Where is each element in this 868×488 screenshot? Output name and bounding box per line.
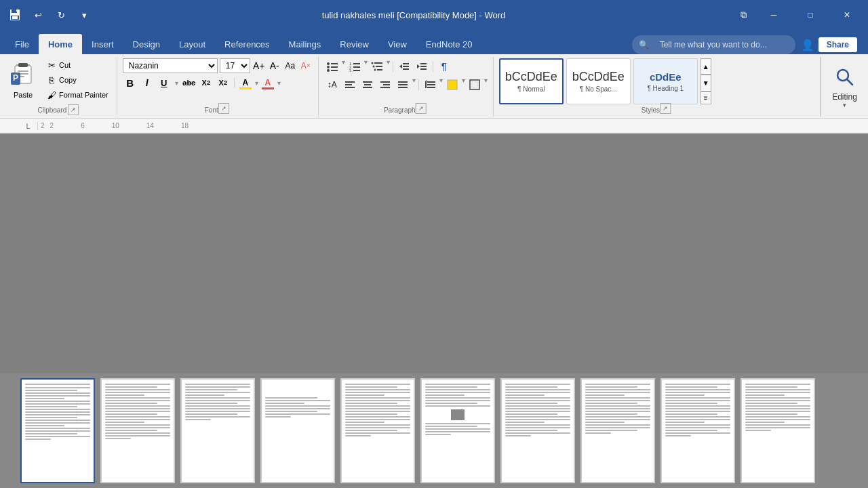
show-hide-button[interactable]: ¶ xyxy=(436,58,452,75)
undo-icon[interactable]: ↩ xyxy=(28,5,47,24)
clear-formatting-button[interactable]: A✕ xyxy=(299,58,313,73)
styles-scroll-up[interactable]: ▲ xyxy=(701,58,711,75)
highlight-dropdown[interactable]: ▾ xyxy=(255,79,258,87)
numbering-button[interactable]: 1.2.3. xyxy=(347,58,363,75)
customize-qat-icon[interactable]: ▾ xyxy=(75,5,94,24)
grow-font-button[interactable]: A+ xyxy=(252,58,266,73)
tab-endnote[interactable]: EndNote 20 xyxy=(416,34,482,54)
increase-indent-button[interactable] xyxy=(414,58,430,75)
line-spacing-dropdown[interactable]: ▾ xyxy=(439,77,443,93)
page-thumb-8[interactable] xyxy=(580,378,655,483)
superscript-button[interactable]: X2 xyxy=(216,75,231,90)
page-thumb-9[interactable] xyxy=(660,378,735,483)
close-button[interactable]: ✕ xyxy=(831,0,863,30)
bold-button[interactable]: B xyxy=(123,75,138,90)
align-right-button[interactable] xyxy=(377,77,393,93)
font-color-button[interactable]: A xyxy=(260,75,275,90)
subscript-button[interactable]: X2 xyxy=(199,75,214,90)
page-thumb-3[interactable] xyxy=(180,378,255,483)
editing-button[interactable]: Editing ▾ xyxy=(832,66,857,108)
svg-rect-46 xyxy=(383,84,390,85)
cut-button[interactable]: ✂ Cut xyxy=(43,58,111,72)
change-case-button[interactable]: Aa xyxy=(283,58,297,73)
tab-layout[interactable]: Layout xyxy=(170,34,215,54)
tab-home[interactable]: Home xyxy=(39,34,82,54)
restore-window-icon[interactable]: ⧉ xyxy=(734,5,753,24)
styles-expand[interactable]: ≡ xyxy=(701,92,711,104)
tab-references[interactable]: References xyxy=(215,34,279,54)
svg-rect-55 xyxy=(448,80,457,89)
page-6-content xyxy=(422,380,494,439)
font-name-select[interactable]: Nazanin xyxy=(123,58,218,73)
save-icon[interactable] xyxy=(5,5,24,24)
copy-button[interactable]: ⎘ Copy xyxy=(43,73,111,87)
share-button[interactable]: Share xyxy=(818,37,857,52)
minimize-button[interactable]: ─ xyxy=(758,0,789,30)
svg-text:P: P xyxy=(13,73,18,83)
search-container[interactable]: 🔍 xyxy=(632,35,795,54)
page-thumb-7[interactable] xyxy=(500,378,575,483)
justify-button[interactable] xyxy=(395,77,411,93)
paragraph-launcher[interactable]: ↗ xyxy=(416,103,427,114)
borders-button[interactable] xyxy=(467,77,483,93)
numbering-dropdown[interactable]: ▾ xyxy=(364,58,368,75)
page-thumb-5[interactable] xyxy=(340,378,415,483)
shrink-font-button[interactable]: A- xyxy=(268,58,281,73)
tab-insert[interactable]: Insert xyxy=(82,34,123,54)
style-normal-label: ¶ Normal xyxy=(517,85,545,93)
svg-rect-38 xyxy=(420,68,427,70)
sort-button[interactable]: ↕A xyxy=(324,77,340,93)
line-spacing-button[interactable] xyxy=(422,77,438,93)
style-heading1-preview: cDdEe xyxy=(650,71,682,83)
borders-dropdown[interactable]: ▾ xyxy=(484,77,488,93)
font-name-row: Nazanin 17 A+ A- Aa A✕ xyxy=(123,58,313,73)
tab-file[interactable]: File xyxy=(5,34,39,54)
styles-scroll-down[interactable]: ▼ xyxy=(701,75,711,91)
font-color-dropdown[interactable]: ▾ xyxy=(277,79,281,87)
page-thumb-10[interactable] xyxy=(741,378,815,483)
clipboard-launcher[interactable]: ↗ xyxy=(68,104,79,115)
underline-dropdown[interactable]: ▾ xyxy=(175,79,178,87)
align-center-button[interactable] xyxy=(359,77,376,93)
tab-review[interactable]: Review xyxy=(330,34,378,54)
italic-button[interactable]: I xyxy=(140,75,155,90)
strikethrough-button[interactable]: abc xyxy=(182,75,197,90)
font-format-row: B I U ▾ abc X2 X2 A ▾ A ▾ xyxy=(123,75,281,90)
tab-mailings[interactable]: Mailings xyxy=(279,34,331,54)
tab-design[interactable]: Design xyxy=(123,34,170,54)
page-thumb-6[interactable] xyxy=(420,378,495,483)
font-launcher[interactable]: ↗ xyxy=(218,103,229,114)
page-thumb-2[interactable] xyxy=(100,378,175,483)
editing-icon xyxy=(833,66,855,92)
page-thumb-4[interactable] xyxy=(260,378,335,483)
shading-dropdown[interactable]: ▾ xyxy=(462,77,465,93)
style-no-space[interactable]: bCcDdEe ¶ No Spac... xyxy=(566,58,631,104)
redo-icon[interactable]: ↻ xyxy=(52,5,71,24)
page-thumb-1[interactable] xyxy=(20,378,95,483)
justify-dropdown[interactable]: ▾ xyxy=(412,77,416,93)
underline-button[interactable]: U xyxy=(157,75,172,90)
align-left-button[interactable] xyxy=(342,77,358,93)
multilevel-dropdown[interactable]: ▾ xyxy=(387,58,390,75)
format-painter-button[interactable]: 🖌 Format Painter xyxy=(43,88,111,102)
svg-rect-32 xyxy=(403,63,409,64)
bullets-dropdown[interactable]: ▾ xyxy=(342,58,345,75)
tab-view[interactable]: View xyxy=(378,34,416,54)
style-normal[interactable]: bCcDdEe ¶ Normal xyxy=(499,58,564,104)
text-highlight-button[interactable]: A xyxy=(238,75,253,90)
ruler-tab-marker[interactable]: L xyxy=(19,122,38,130)
styles-launcher[interactable]: ↗ xyxy=(660,103,671,114)
bullets-button[interactable] xyxy=(324,58,340,75)
font-size-select[interactable]: 17 xyxy=(220,58,250,73)
style-heading1[interactable]: cDdEe ¶ Heading 1 xyxy=(633,58,698,104)
editing-dropdown-icon[interactable]: ▾ xyxy=(843,102,846,108)
paste-button[interactable]: P Paste xyxy=(5,58,41,102)
maximize-button[interactable]: □ xyxy=(795,0,826,30)
decrease-indent-button[interactable] xyxy=(396,58,412,75)
shading-button[interactable] xyxy=(444,77,460,93)
search-input[interactable] xyxy=(653,37,789,52)
svg-rect-18 xyxy=(331,70,338,71)
ruler-numbers: 2 2 6 10 14 18 xyxy=(41,122,868,129)
svg-text:3.: 3. xyxy=(349,68,353,73)
multilevel-button[interactable] xyxy=(369,58,385,75)
